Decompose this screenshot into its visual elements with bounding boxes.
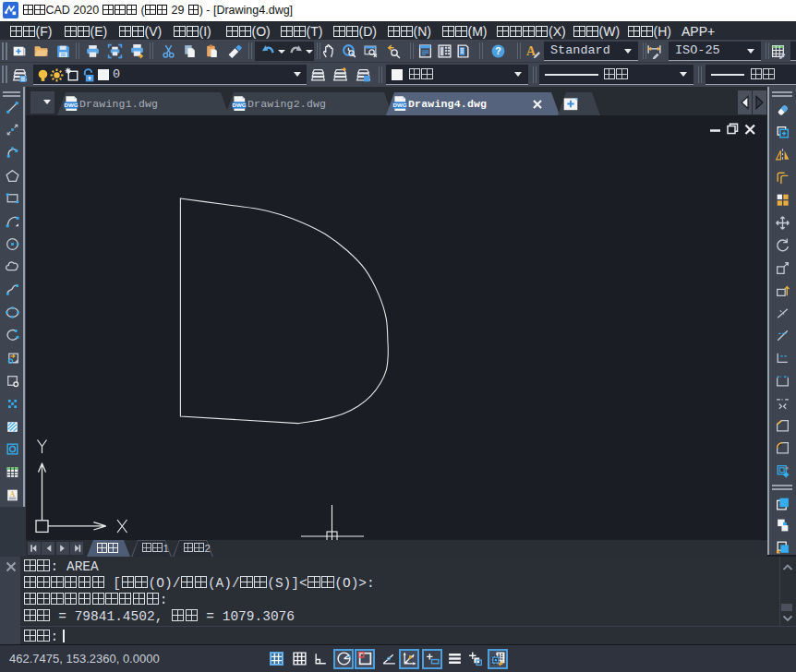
svg-text:DWG: DWG [232,102,246,108]
svg-text:DWG: DWG [64,102,78,108]
svg-text:A: A [9,489,15,498]
svg-text:DWG: DWG [392,102,406,108]
svg-text:?: ? [495,45,501,56]
svg-text:A: A [526,44,536,58]
